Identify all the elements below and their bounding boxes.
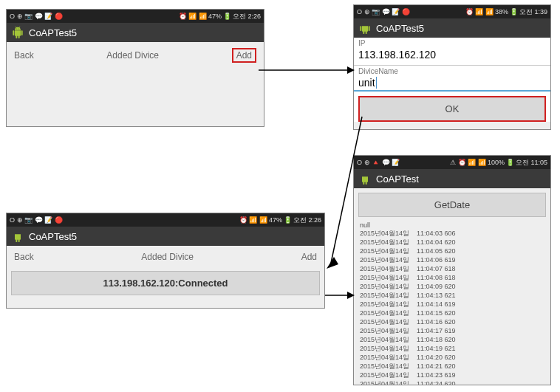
status-icons-right: ⏰ 📶 📶 47% 🔋 오전 2:26 (239, 216, 321, 225)
log-time: 11:04:09 620 (417, 282, 456, 291)
ok-button[interactable]: OK (358, 96, 546, 122)
log-date: 2015년04월14일 (360, 317, 409, 326)
log-time: 11:04:23 619 (417, 371, 456, 379)
log-row: 2015년04월14일11:04:07 618 (354, 264, 550, 273)
app-title: CoAPTest (376, 173, 419, 185)
status-icons-left: O ⊕ 📷 💬 📝 🔴 (10, 13, 63, 20)
log-time: 11:04:19 621 (417, 344, 456, 353)
add-button[interactable]: Add (301, 252, 317, 262)
null-text: null (354, 221, 550, 229)
log-row: 2015년04월14일11:04:05 620 (354, 247, 550, 255)
log-time: 11:04:05 620 (417, 247, 456, 255)
log-time: 11:04:07 618 (417, 264, 456, 273)
log-date: 2015년04월14일 (360, 335, 409, 344)
app-title: CoAPTest5 (376, 23, 424, 34)
log-date: 2015년04월14일 (360, 371, 409, 379)
log-row: 2015년04월14일11:04:06 619 (354, 255, 550, 264)
back-button[interactable]: Back (14, 50, 34, 61)
status-icons-right: ⏰ 📶 📶 47% 🔋 오전 2:26 (179, 12, 261, 21)
app-bar: CoAPTest (354, 169, 550, 188)
log-row: 2015년04월14일11:04:20 620 (354, 353, 550, 362)
phone-screen-connected: O ⊕ 📷 💬 📝 🔴 ⏰ 📶 📶 47% 🔋 오전 2:26 CoAPTest… (6, 213, 325, 309)
app-bar: CoAPTest5 (7, 227, 324, 246)
ip-label: IP (354, 38, 550, 47)
log-time: 11:04:15 620 (417, 309, 456, 317)
log-time: 11:04:08 618 (417, 273, 456, 282)
name-label: DiviceName (354, 66, 550, 75)
log-row: 2015년04월14일11:04:17 619 (354, 326, 550, 335)
log-row: 2015년04월14일11:04:08 618 (354, 273, 550, 282)
log-row: 2015년04월14일11:04:15 620 (354, 309, 550, 317)
status-icons-right: ⚠ ⏰ 📶 📶 100% 🔋 오전 11:05 (450, 158, 547, 168)
log-time: 11:04:03 606 (417, 229, 456, 238)
app-title: CoAPTest5 (29, 27, 77, 38)
list-header: Back Added Divice Add (7, 246, 324, 268)
android-icon (358, 21, 372, 35)
log-date: 2015년04월14일 (360, 326, 409, 335)
log-time: 11:04:17 619 (417, 326, 456, 335)
add-button[interactable]: Add (232, 48, 256, 63)
battery-text: 38% (495, 8, 508, 16)
log-date: 2015년04월14일 (360, 255, 409, 264)
phone-screen-add-form: O ⊕ 📷 💬 📝 🔴 ⏰ 📶 📶 38% 🔋 오전 1:39 CoAPTest… (353, 4, 551, 130)
connected-device-row[interactable]: 113.198.162.120:Connected (11, 271, 320, 295)
phone-screen-getdate: O ⊕ 🔺 💬 📝 ⚠ ⏰ 📶 📶 100% 🔋 오전 11:05 CoAPTe… (353, 155, 551, 385)
battery-text: 100% (488, 159, 505, 166)
clock-text: 오전 1:39 (519, 7, 547, 17)
log-date: 2015년04월14일 (360, 229, 409, 238)
list-title: Added Divice (141, 252, 194, 262)
android-icon (358, 172, 372, 185)
log-time: 11:04:13 621 (417, 291, 456, 300)
log-row: 2015년04월14일11:04:18 620 (354, 335, 550, 344)
getdate-button[interactable]: GetDate (358, 193, 546, 217)
status-bar: O ⊕ 🔺 💬 📝 ⚠ ⏰ 📶 📶 100% 🔋 오전 11:05 (354, 156, 550, 169)
status-bar: O ⊕ 📷 💬 📝 🔴 ⏰ 📶 📶 47% 🔋 오전 2:26 (7, 10, 264, 23)
list-title: Added Divice (106, 50, 159, 61)
status-icons-left: O ⊕ 📷 💬 📝 🔴 (10, 216, 63, 224)
log-row: 2015년04월14일11:04:24 620 (354, 379, 550, 385)
android-icon (11, 230, 24, 243)
status-bar: O ⊕ 📷 💬 📝 🔴 ⏰ 📶 📶 47% 🔋 오전 2:26 (7, 213, 324, 227)
ip-input[interactable]: 113.198.162.120 (354, 47, 550, 66)
log-time: 11:04:16 620 (417, 317, 456, 326)
log-date: 2015년04월14일 (360, 379, 409, 385)
log-row: 2015년04월14일11:04:13 621 (354, 291, 550, 300)
battery-text: 47% (269, 216, 282, 224)
log-row: 2015년04월14일11:04:19 621 (354, 344, 550, 353)
log-row: 2015년04월14일11:04:03 606 (354, 229, 550, 238)
clock-text: 오전 2:26 (293, 216, 321, 225)
status-icons-right: ⏰ 📶 📶 38% 🔋 오전 1:39 (465, 7, 547, 17)
log-row: 2015년04월14일11:04:04 620 (354, 238, 550, 247)
log-date: 2015년04월14일 (360, 282, 409, 291)
log-date: 2015년04월14일 (360, 238, 409, 247)
log-time: 11:04:14 619 (417, 300, 456, 309)
log-date: 2015년04월14일 (360, 264, 409, 273)
status-icons-left: O ⊕ 📷 💬 📝 🔴 (357, 8, 410, 16)
log-date: 2015년04월14일 (360, 362, 409, 371)
log-time: 11:04:06 619 (417, 255, 456, 264)
log-row: 2015년04월14일11:04:23 619 (354, 371, 550, 379)
app-bar: CoAPTest5 (354, 18, 550, 38)
status-icons-left: O ⊕ 🔺 💬 📝 (357, 159, 400, 166)
log-date: 2015년04월14일 (360, 273, 409, 282)
log-time: 11:04:21 620 (417, 362, 456, 371)
status-bar: O ⊕ 📷 💬 📝 🔴 ⏰ 📶 📶 38% 🔋 오전 1:39 (354, 5, 550, 18)
flow-arrow (259, 63, 355, 78)
name-input[interactable]: unit (354, 75, 550, 92)
log-date: 2015년04월14일 (360, 309, 409, 317)
clock-text: 오전 11:05 (516, 158, 547, 168)
log-date: 2015년04월14일 (360, 247, 409, 255)
phone-screen-add-list: O ⊕ 📷 💬 📝 🔴 ⏰ 📶 📶 47% 🔋 오전 2:26 CoAPTest… (6, 9, 264, 127)
log-date: 2015년04월14일 (360, 353, 409, 362)
log-row: 2015년04월14일11:04:16 620 (354, 317, 550, 326)
battery-text: 47% (208, 13, 222, 20)
log-row: 2015년04월14일11:04:09 620 (354, 282, 550, 291)
back-button[interactable]: Back (14, 252, 34, 262)
log-date: 2015년04월14일 (360, 300, 409, 309)
app-bar: CoAPTest5 (7, 23, 264, 42)
list-header: Back Added Divice Add (7, 42, 264, 69)
clock-text: 오전 2:26 (233, 12, 261, 21)
log-list: 2015년04월14일11:04:03 6062015년04월14일11:04:… (354, 229, 550, 385)
flow-arrow (325, 288, 355, 303)
svg-marker-3 (327, 257, 338, 269)
